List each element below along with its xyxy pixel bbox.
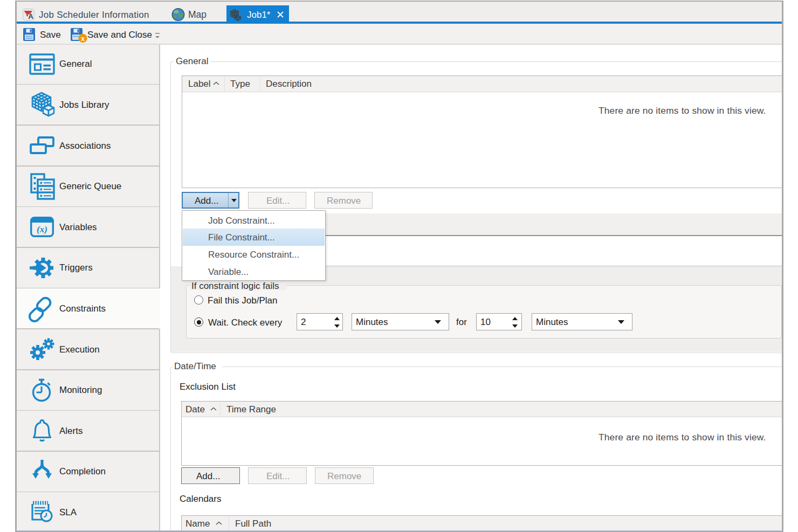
- svg-text:(x): (x): [37, 224, 47, 234]
- svg-text:x: x: [81, 35, 85, 43]
- svg-text:A: A: [28, 12, 33, 20]
